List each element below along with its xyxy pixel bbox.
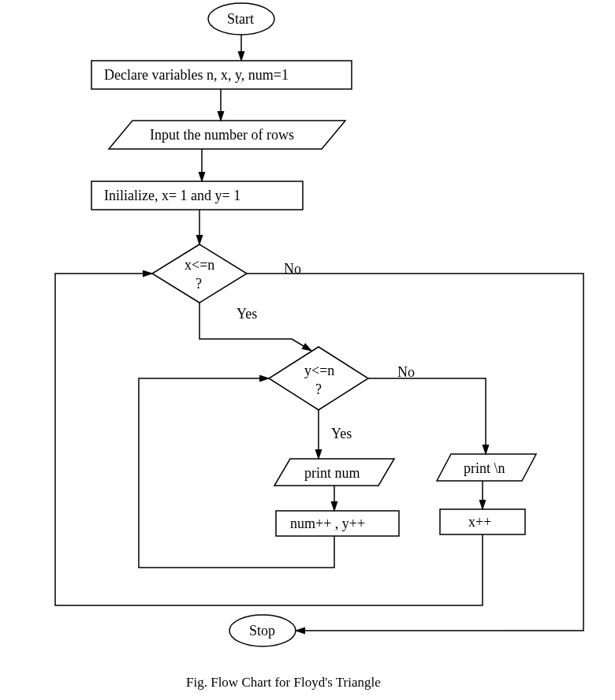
increment-outer-label: x++ (468, 514, 491, 531)
cond1-yes: Yes (237, 306, 257, 322)
print-newline-label: print \n (464, 460, 505, 477)
init-label: Inilialize, x= 1 and y= 1 (104, 188, 240, 204)
declare-label: Declare variables n, x, y, num=1 (104, 67, 289, 84)
cond2-label: y<=n (304, 363, 334, 379)
flowchart: Start Declare variables n, x, y, num=1 I… (0, 0, 615, 700)
cond1-qmark: ? (196, 276, 202, 292)
flowchart-svg (0, 0, 615, 700)
increment-inner-label: num++ , y++ (290, 516, 365, 532)
stop-label: Stop (249, 623, 275, 639)
cond2-qmark: ? (315, 382, 322, 398)
cond2-no: No (397, 364, 415, 381)
cond2-yes: Yes (331, 426, 352, 442)
cond1-no: No (284, 261, 301, 277)
cond1-label: x<=n (184, 257, 214, 274)
start-label: Start (227, 11, 254, 28)
caption: Fig. Flow Chart for Floyd's Triangle (186, 675, 381, 691)
input-label: Input the number of rows (150, 127, 294, 143)
print-num-label: print num (304, 465, 360, 482)
svg-marker-4 (152, 244, 247, 303)
